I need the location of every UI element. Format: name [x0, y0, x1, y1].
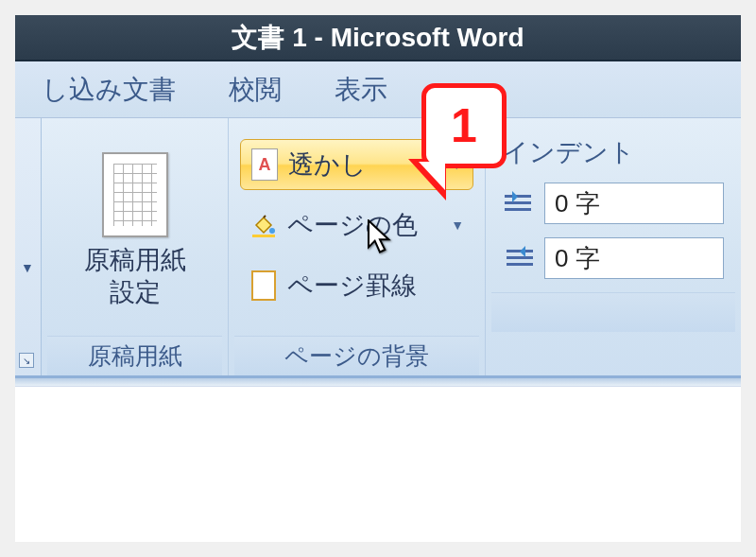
page-borders-button[interactable]: ページ罫線 — [240, 260, 473, 311]
indent-left-input[interactable]: 0 字 — [544, 183, 724, 224]
svg-rect-3 — [505, 201, 531, 204]
callout-pointer — [419, 162, 445, 190]
svg-point-0 — [269, 228, 275, 234]
svg-rect-6 — [507, 256, 533, 259]
tab-view[interactable]: 表示 — [308, 61, 414, 119]
chevron-down-icon: ▼ — [451, 218, 464, 233]
svg-rect-1 — [252, 235, 275, 237]
group-indent: インデント 0 字 — [486, 118, 741, 375]
indent-title: インデント — [503, 135, 724, 169]
group-label-manuscript: 原稿用紙 — [47, 336, 222, 375]
indent-right-input[interactable]: 0 字 — [544, 237, 724, 279]
svg-rect-7 — [507, 263, 533, 266]
page-borders-label: ページ罫線 — [287, 269, 417, 303]
manuscript-paper-settings-button[interactable]: 原稿用紙 設定 — [75, 145, 196, 317]
ruler-strip — [15, 378, 741, 386]
indent-left-row: 0 字 — [503, 183, 724, 224]
watermark-label: 透かし — [288, 148, 367, 182]
callout-badge: 1 — [421, 83, 507, 168]
ribbon-tabs: し込み文書 校閲 表示 — [15, 61, 741, 118]
page-color-button[interactable]: ページの色 ▼ — [240, 200, 473, 251]
document-area[interactable] — [15, 386, 741, 542]
svg-rect-4 — [505, 208, 531, 211]
watermark-icon: A — [250, 148, 279, 181]
paint-bucket-icon — [249, 209, 278, 241]
page-border-icon — [249, 270, 278, 302]
tab-review[interactable]: 校閲 — [202, 61, 308, 119]
manuscript-button-label: 原稿用紙 設定 — [84, 245, 186, 309]
group-manuscript-paper: 原稿用紙 設定 原稿用紙 — [42, 118, 229, 375]
ribbon-left-edge: ▼ ↘ — [15, 118, 42, 375]
dialog-launcher-icon[interactable]: ↘ — [19, 353, 34, 368]
group-label-page-background: ページの背景 — [234, 336, 479, 375]
indent-right-icon — [503, 246, 535, 270]
indent-right-row: 0 字 — [503, 237, 724, 279]
indent-left-icon — [503, 191, 535, 216]
group-label-indent — [491, 292, 735, 332]
title-bar: 文書 1 - Microsoft Word — [15, 15, 741, 61]
page-color-label: ページの色 — [287, 208, 418, 242]
chevron-down-icon[interactable]: ▼ — [21, 260, 34, 275]
svg-rect-2 — [505, 195, 531, 198]
tab-mailings[interactable]: し込み文書 — [15, 61, 202, 119]
window-title: 文書 1 - Microsoft Word — [232, 20, 524, 56]
manuscript-grid-icon — [102, 152, 168, 237]
svg-rect-5 — [507, 250, 533, 252]
mouse-cursor-icon — [367, 219, 393, 257]
